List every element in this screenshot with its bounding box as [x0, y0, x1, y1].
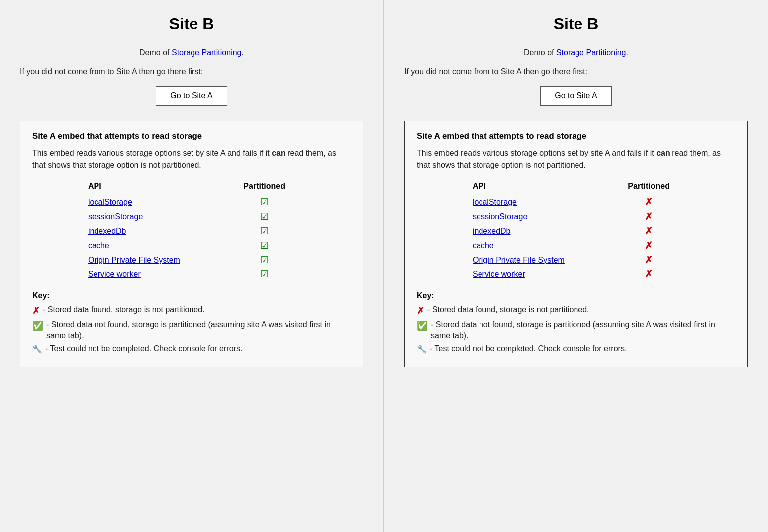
right-storage-partitioning-link[interactable]: Storage Partitioning [556, 48, 626, 57]
right-api-cell-1: sessionStorage [465, 209, 610, 224]
right-api-cell-4: Origin Private File System [465, 253, 610, 267]
left-partitioned-cell-4: ☑ [225, 253, 303, 267]
left-api-link-2[interactable]: indexedDb [88, 227, 126, 235]
left-partitioned-cell-1: ☑ [225, 209, 303, 224]
right-key-icon-0: ✗ [417, 305, 424, 317]
right-partitioned-cell-5: ✗ [610, 267, 687, 281]
right-table-row: sessionStorage ✗ [465, 209, 687, 224]
left-table-row: indexedDb ☑ [80, 224, 303, 238]
right-title: Site B [404, 15, 748, 33]
right-key-section: Key: ✗- Stored data found, storage is no… [417, 291, 735, 355]
warn-icon: 🔧 [32, 345, 42, 353]
right-demo-suffix: . [626, 48, 628, 57]
right-key-item-0: ✗- Stored data found, storage is not par… [417, 304, 735, 317]
left-key-item-2: 🔧- Test could not be completed. Check co… [32, 343, 351, 355]
partitioned-check-icon: ☑ [260, 255, 269, 265]
right-storage-table: API Partitioned localStorage ✗ sessionSt… [465, 180, 687, 281]
partitioned-check-icon: ☑ [260, 197, 269, 207]
right-key-item-1: ✅- Stored data not found, storage is par… [417, 319, 735, 342]
right-embed-desc: This embed reads various storage options… [417, 147, 735, 171]
partitioned-check-icon: ☑ [260, 211, 269, 222]
right-key-title: Key: [417, 291, 735, 300]
left-key-item-0: ✗- Stored data found, storage is not par… [32, 304, 351, 317]
left-table-row: Service worker ☑ [80, 267, 303, 281]
right-key-item-2: 🔧- Test could not be completed. Check co… [417, 343, 735, 355]
right-table-row: Service worker ✗ [465, 267, 687, 281]
left-api-cell-3: cache [80, 238, 225, 253]
left-title: Site B [20, 15, 363, 33]
left-key-section: Key: ✗- Stored data found, storage is no… [32, 291, 351, 355]
left-key-item-1: ✅- Stored data not found, storage is par… [32, 319, 351, 342]
left-embed-title: Site A embed that attempts to read stora… [32, 131, 351, 141]
right-api-link-0[interactable]: localStorage [473, 198, 517, 206]
right-instruction: If you did not come from to Site A then … [404, 67, 748, 76]
right-panel: Site B Demo of Storage Partitioning. If … [384, 0, 768, 532]
right-table-row: indexedDb ✗ [465, 224, 687, 238]
left-key-icon-0: ✗ [32, 305, 40, 317]
right-demo-prefix: Demo of [524, 48, 556, 57]
left-table-row: sessionStorage ☑ [80, 209, 303, 224]
right-desc-bold: can [656, 149, 670, 157]
left-partitioned-cell-0: ☑ [225, 195, 303, 209]
right-api-cell-0: localStorage [465, 195, 610, 209]
left-api-link-4[interactable]: Origin Private File System [88, 256, 180, 264]
right-api-link-4[interactable]: Origin Private File System [473, 256, 565, 264]
right-key-icon-2: 🔧 [417, 344, 427, 355]
right-api-link-1[interactable]: sessionStorage [473, 212, 527, 221]
right-partitioned-cell-2: ✗ [610, 224, 687, 238]
right-demo-text: Demo of Storage Partitioning. [404, 48, 748, 57]
left-key-items: ✗- Stored data found, storage is not par… [32, 304, 351, 355]
left-api-cell-0: localStorage [80, 195, 225, 209]
left-storage-partitioning-link[interactable]: Storage Partitioning [172, 48, 242, 57]
partitioned-check-icon: ☑ [260, 226, 269, 236]
right-api-link-3[interactable]: cache [473, 241, 494, 250]
left-key-text-0: - Stored data found, storage is not part… [43, 304, 205, 315]
partitioned-check-icon: ☑ [260, 269, 269, 279]
partitioned-cross-icon: ✗ [645, 255, 653, 265]
partitioned-cross-icon: ✗ [645, 197, 653, 207]
partitioned-cross-icon: ✗ [645, 240, 653, 251]
cross-icon: ✗ [32, 306, 40, 316]
right-api-cell-3: cache [465, 238, 610, 253]
check-icon: ✅ [417, 321, 428, 331]
right-partitioned-cell-4: ✗ [610, 253, 687, 267]
left-table-row: cache ☑ [80, 238, 303, 253]
left-col-api: API [80, 180, 225, 195]
left-api-link-0[interactable]: localStorage [88, 198, 132, 206]
right-key-text-2: - Test could not be completed. Check con… [430, 343, 627, 354]
left-storage-table: API Partitioned localStorage ☑ sessionSt… [80, 180, 303, 281]
right-go-to-site-button[interactable]: Go to Site A [540, 86, 611, 106]
right-partitioned-cell-1: ✗ [610, 209, 687, 224]
right-desc-prefix: This embed reads various storage options… [417, 149, 656, 157]
left-demo-text: Demo of Storage Partitioning. [20, 48, 363, 57]
left-embed-box: Site A embed that attempts to read stora… [20, 121, 363, 367]
left-key-text-1: - Stored data not found, storage is part… [46, 319, 351, 342]
partitioned-cross-icon: ✗ [645, 211, 653, 222]
right-embed-title: Site A embed that attempts to read stora… [417, 131, 735, 141]
left-api-link-3[interactable]: cache [88, 241, 109, 250]
right-api-cell-5: Service worker [465, 267, 610, 281]
left-api-cell-5: Service worker [80, 267, 225, 281]
right-table-row: localStorage ✗ [465, 195, 687, 209]
left-go-to-site-button[interactable]: Go to Site A [156, 86, 227, 106]
left-table-row: Origin Private File System ☑ [80, 253, 303, 267]
right-key-text-0: - Stored data found, storage is not part… [427, 304, 589, 315]
right-api-link-2[interactable]: indexedDb [473, 227, 511, 235]
left-key-text-2: - Test could not be completed. Check con… [45, 343, 242, 354]
partitioned-cross-icon: ✗ [645, 269, 653, 279]
right-col-api: API [465, 180, 610, 195]
partitioned-check-icon: ☑ [260, 240, 269, 251]
left-demo-prefix: Demo of [139, 48, 172, 57]
left-partitioned-cell-5: ☑ [225, 267, 303, 281]
left-api-cell-2: indexedDb [80, 224, 225, 238]
right-table-row: Origin Private File System ✗ [465, 253, 687, 267]
left-desc-prefix: This embed reads various storage options… [32, 149, 272, 157]
left-key-icon-2: 🔧 [32, 344, 42, 355]
right-api-link-5[interactable]: Service worker [473, 270, 525, 278]
right-key-items: ✗- Stored data found, storage is not par… [417, 304, 735, 355]
right-embed-box: Site A embed that attempts to read stora… [404, 121, 748, 367]
left-api-link-5[interactable]: Service worker [88, 270, 141, 278]
left-demo-suffix: . [242, 48, 244, 57]
left-api-link-1[interactable]: sessionStorage [88, 212, 143, 221]
right-col-partitioned: Partitioned [610, 180, 687, 195]
